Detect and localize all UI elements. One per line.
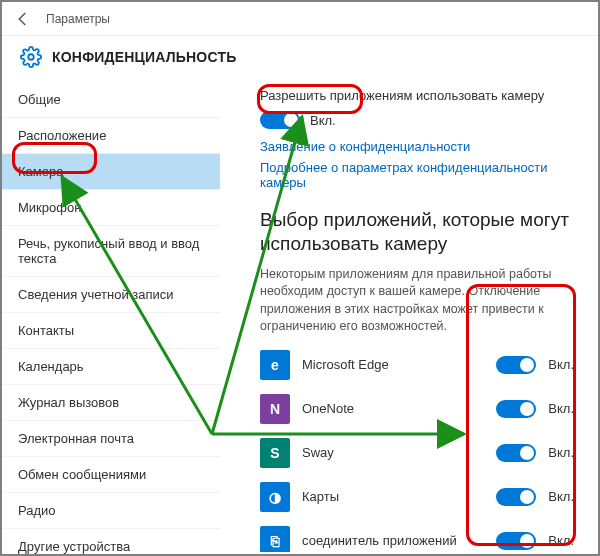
toggle-state-label: Вкл.: [548, 445, 574, 460]
sidebar-item-label: Радио: [18, 503, 56, 518]
toggle-state-label: Вкл.: [548, 401, 574, 416]
app-toggle[interactable]: [496, 356, 536, 374]
sidebar-item-camera[interactable]: Камера: [2, 154, 220, 190]
sidebar-item-label: Календарь: [18, 359, 84, 374]
toggle-state-label: Вкл.: [548, 357, 574, 372]
app-icon: N: [260, 394, 290, 424]
sidebar-item-general[interactable]: Общие: [2, 82, 220, 118]
sidebar-item-label: Электронная почта: [18, 431, 134, 446]
sidebar-item-label: Сведения учетной записи: [18, 287, 174, 302]
gear-icon: [20, 46, 42, 68]
sidebar-item-label: Микрофон: [18, 200, 81, 215]
app-icon: ⎘: [260, 526, 290, 553]
app-row: ◑ Карты Вкл.: [260, 482, 574, 512]
sidebar-item-account[interactable]: Сведения учетной записи: [2, 277, 220, 313]
app-name-label: Карты: [302, 489, 484, 504]
sidebar-item-label: Речь, рукописный ввод и ввод текста: [18, 236, 199, 266]
toggle-state-label: Вкл.: [548, 533, 574, 548]
app-toggle[interactable]: [496, 488, 536, 506]
camera-privacy-more-link[interactable]: Подробнее о параметрах конфиденциальност…: [260, 160, 574, 190]
sidebar-item-label: Общие: [18, 92, 61, 107]
privacy-statement-link[interactable]: Заявление о конфиденциальности: [260, 139, 574, 154]
sidebar-item-messaging[interactable]: Обмен сообщениями: [2, 457, 220, 493]
choose-apps-description: Некоторым приложениям для правильной раб…: [260, 266, 574, 336]
sidebar-item-label: Контакты: [18, 323, 74, 338]
app-row: N OneNote Вкл.: [260, 394, 574, 424]
app-icon: S: [260, 438, 290, 468]
sidebar-item-contacts[interactable]: Контакты: [2, 313, 220, 349]
sidebar-item-otherdevices[interactable]: Другие устройства: [2, 529, 220, 556]
app-name-label: OneNote: [302, 401, 484, 416]
toggle-state-label: Вкл.: [548, 489, 574, 504]
sidebar-item-microphone[interactable]: Микрофон: [2, 190, 220, 226]
sidebar-item-label: Расположение: [18, 128, 106, 143]
app-row: e Microsoft Edge Вкл.: [260, 350, 574, 380]
sidebar-item-email[interactable]: Электронная почта: [2, 421, 220, 457]
sidebar-item-radio[interactable]: Радио: [2, 493, 220, 529]
sidebar-item-callhistory[interactable]: Журнал вызовов: [2, 385, 220, 421]
camera-master-toggle[interactable]: [260, 111, 300, 129]
sidebar: Общие Расположение Камера Микрофон Речь,…: [2, 80, 220, 552]
toggle-state-label: Вкл.: [310, 113, 336, 128]
app-toggle[interactable]: [496, 444, 536, 462]
app-name-label: Sway: [302, 445, 484, 460]
sidebar-item-label: Камера: [18, 164, 63, 179]
sidebar-item-location[interactable]: Расположение: [2, 118, 220, 154]
sidebar-item-label: Другие устройства: [18, 539, 130, 554]
sidebar-item-label: Обмен сообщениями: [18, 467, 146, 482]
app-toggle[interactable]: [496, 400, 536, 418]
back-button[interactable]: [12, 8, 34, 30]
page-title: КОНФИДЕНЦИАЛЬНОСТЬ: [52, 49, 236, 65]
app-toggle[interactable]: [496, 532, 536, 550]
app-row: S Sway Вкл.: [260, 438, 574, 468]
app-icon: e: [260, 350, 290, 380]
allow-apps-label: Разрешить приложениям использовать камер…: [260, 88, 574, 103]
app-name-label: соединитель приложений: [302, 533, 484, 548]
sidebar-item-calendar[interactable]: Календарь: [2, 349, 220, 385]
sidebar-item-speech[interactable]: Речь, рукописный ввод и ввод текста: [2, 226, 220, 277]
app-row: ⎘ соединитель приложений Вкл.: [260, 526, 574, 553]
app-icon: ◑: [260, 482, 290, 512]
window-title: Параметры: [46, 12, 110, 26]
app-name-label: Microsoft Edge: [302, 357, 484, 372]
content-pane: Разрешить приложениям использовать камер…: [220, 80, 598, 552]
choose-apps-heading: Выбор приложений, которые могут использо…: [260, 208, 574, 256]
sidebar-item-label: Журнал вызовов: [18, 395, 119, 410]
svg-point-0: [28, 54, 34, 60]
